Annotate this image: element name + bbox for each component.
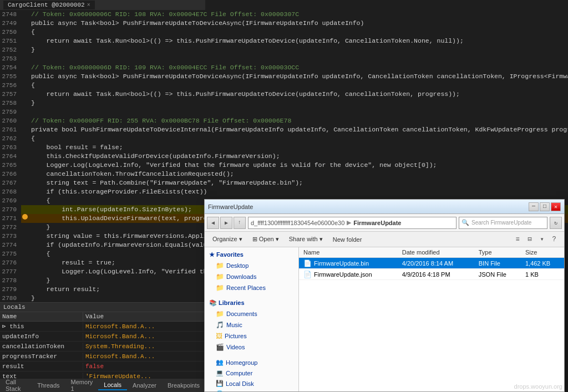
debug-tab-analyzer[interactable]: Analyzer xyxy=(127,381,162,390)
libraries-header[interactable]: 📚 Libraries xyxy=(205,298,298,308)
debug-tab-breakpoints[interactable]: Breakpoints xyxy=(162,381,205,390)
line-number: 2756 xyxy=(0,81,21,90)
favorites-section: ★ Favorites 📁Desktop 📁Downloads 📁Recent … xyxy=(205,247,298,296)
details-view-button[interactable]: ⊟ xyxy=(524,234,535,245)
address-path[interactable]: d_ffff1300ffffffff1830454e06000e30 ▶ Fir… xyxy=(248,217,457,229)
code-line: 2760// Token: 0x06000FF RID: 255 RVA: 0x… xyxy=(0,116,568,125)
new-folder-button[interactable]: New folder xyxy=(329,235,366,244)
code-line: 2751 return await Task.Run<bool>(() => t… xyxy=(0,37,568,45)
line-number: 2768 xyxy=(0,187,21,196)
col-value-header: Value xyxy=(83,312,205,321)
sidebar-item-homegroup[interactable]: 👥Homegroup xyxy=(205,357,298,368)
debug-tab-call-stack[interactable]: Call Stack xyxy=(0,378,32,392)
file-row[interactable]: 📄FirmwareUpdate.bin4/20/2016 8:14 AMBIN … xyxy=(299,258,564,269)
local-variable-row[interactable]: resultfalse xyxy=(0,362,205,371)
line-number: 2764 xyxy=(0,152,21,161)
open-button[interactable]: ⊞ Open ▾ xyxy=(249,235,282,244)
maximize-button[interactable]: □ xyxy=(540,202,550,211)
sidebar-item-videos[interactable]: 🎬Videos xyxy=(205,342,298,353)
locals-header: Locals xyxy=(0,303,205,312)
search-box[interactable]: 🔍 Search FirmwareUpdate xyxy=(459,217,547,229)
sidebar-item-local-disk[interactable]: 💾Local Disk xyxy=(205,378,298,389)
forward-button[interactable]: ▶ xyxy=(220,217,232,229)
variable-value: System.Threading... xyxy=(83,343,205,350)
line-number: 2760 xyxy=(0,116,21,125)
code-line: 2762{ xyxy=(0,134,568,143)
local-variable-row[interactable]: cancellationTokenSystem.Threading... xyxy=(0,342,205,352)
close-button[interactable]: ✕ xyxy=(551,202,561,211)
variable-value: Microsoft.Band.A... xyxy=(83,353,205,360)
file-name: 📄FirmwareUpdate.json xyxy=(299,269,398,280)
line-content: // Token: 0x06000FF RID: 255 RVA: 0x0000… xyxy=(29,116,568,125)
sidebar-item-network[interactable]: 🌐Network xyxy=(205,389,298,391)
minimize-button[interactable]: ─ xyxy=(529,202,539,211)
line-number: 2763 xyxy=(0,143,21,152)
organize-button[interactable]: Organize ▾ xyxy=(209,235,246,244)
line-number: 2761 xyxy=(0,125,21,134)
list-view-button[interactable]: ≡ xyxy=(512,234,523,245)
sidebar-item-music[interactable]: 🎵Music xyxy=(205,319,298,330)
col-name-header: Name xyxy=(0,312,83,321)
help-button[interactable]: ? xyxy=(549,234,560,245)
line-number: 2774 xyxy=(0,241,21,250)
line-number: 2775 xyxy=(0,250,21,258)
line-number: 2750 xyxy=(0,28,21,37)
col-date-header[interactable]: Date modified xyxy=(398,247,474,258)
file-explorer: FirmwareUpdate ─ □ ✕ ◀ ▶ ↑ d_ffff1300fff… xyxy=(204,199,565,392)
line-content: Logger.Log(LogLevel.Info, "Verified that… xyxy=(29,161,568,170)
file-type: JSON File xyxy=(474,269,521,280)
code-line: 2767 string text = Path.Combine("Firmwar… xyxy=(0,179,568,187)
line-content: { xyxy=(29,81,568,90)
line-content: cancellationToken.ThrowIfCancellationReq… xyxy=(29,170,568,179)
refresh-button[interactable]: ↻ xyxy=(550,217,562,229)
up-button[interactable]: ↑ xyxy=(234,217,246,229)
code-line: 2768 if (this.storageProvider.FileExists… xyxy=(0,187,568,196)
tab-close-icon[interactable]: × xyxy=(87,2,90,8)
variable-name: ⊳ this xyxy=(0,322,83,330)
variable-name: result xyxy=(0,363,83,370)
sidebar-item-computer[interactable]: 💻Computer xyxy=(205,368,298,378)
sidebar-item-documents[interactable]: 📁Documents xyxy=(205,308,298,319)
network-icon: 🌐 xyxy=(216,390,224,391)
file-row[interactable]: 📄FirmwareUpdate.json4/9/2016 4:18 PMJSON… xyxy=(299,269,564,280)
line-number: 2770 xyxy=(0,205,21,214)
favorites-header[interactable]: ★ Favorites xyxy=(205,250,298,260)
code-line: 2758} xyxy=(0,99,568,108)
debug-tab-locals[interactable]: Locals xyxy=(98,380,127,390)
variable-name: progressTracker xyxy=(0,353,83,360)
editor-tab[interactable]: CargoClient @02000002 × xyxy=(3,1,95,9)
sidebar-item-desktop[interactable]: 📁Desktop xyxy=(205,260,298,271)
local-variable-row[interactable]: updateInfoMicrosoft.Band.A... xyxy=(0,332,205,342)
code-line: 2748// Token: 0x06000006C RID: 108 RVA: … xyxy=(0,10,568,19)
sidebar-item-pictures[interactable]: 🖼Pictures xyxy=(205,330,298,342)
ide-titlebar: CargoClient @02000002 × xyxy=(0,0,205,10)
breakpoint-icon xyxy=(21,214,29,220)
line-number: 2778 xyxy=(0,276,21,285)
view-options-button[interactable]: ▾ xyxy=(536,234,547,245)
line-content: { xyxy=(29,28,568,37)
line-number: 2759 xyxy=(0,108,21,116)
share-with-button[interactable]: Share with ▾ xyxy=(286,235,326,244)
folder-icon: 📁 xyxy=(216,262,224,269)
line-number: 2751 xyxy=(0,37,21,45)
view-controls: ≡ ⊟ ▾ ? xyxy=(512,234,560,245)
local-variable-row[interactable]: ⊳ thisMicrosoft.Band.A... xyxy=(0,322,205,332)
local-variable-row[interactable]: progressTrackerMicrosoft.Band.A... xyxy=(0,352,205,362)
col-size-header[interactable]: Size xyxy=(521,247,564,258)
code-line: 2763 bool result = false; xyxy=(0,143,568,152)
line-number: 2780 xyxy=(0,294,21,302)
other-section: 👥Homegroup 💻Computer 💾Local Disk 🌐Networ… xyxy=(205,355,298,391)
line-content: // Token: 0x06000006C RID: 108 RVA: 0x00… xyxy=(29,10,568,19)
sidebar-item-recent-places[interactable]: 📁Recent Places xyxy=(205,282,298,293)
sidebar-item-downloads[interactable]: 📁Downloads xyxy=(205,271,298,282)
debug-tab-memory-1[interactable]: Memory 1 xyxy=(65,378,99,392)
file-name: 📄FirmwareUpdate.bin xyxy=(299,258,398,269)
debug-tab-threads[interactable]: Threads xyxy=(32,381,65,390)
explorer-titlebar: FirmwareUpdate ─ □ ✕ xyxy=(205,200,564,214)
line-content: } xyxy=(29,99,568,108)
variable-value: false xyxy=(83,363,205,370)
back-button[interactable]: ◀ xyxy=(207,217,219,229)
col-type-header[interactable]: Type xyxy=(474,247,521,258)
videos-icon: 🎬 xyxy=(216,343,224,351)
col-name-header[interactable]: Name xyxy=(299,247,398,258)
